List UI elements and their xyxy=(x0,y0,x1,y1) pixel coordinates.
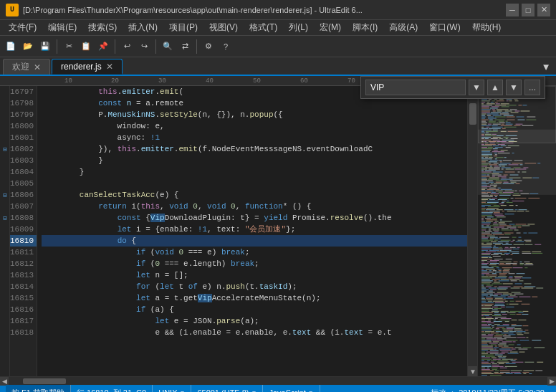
scroll-down-button[interactable]: ▼ xyxy=(468,366,478,376)
menu-item-h[interactable]: 帮助(H) xyxy=(466,20,507,35)
fold-16808[interactable]: ⊟ xyxy=(0,189,10,201)
find-down-button[interactable]: ▼ xyxy=(469,80,484,95)
fold-16802[interactable] xyxy=(0,120,10,132)
vertical-scrollbar: ▲ ▼ xyxy=(467,86,477,376)
menu-item-i[interactable]: 脚本(I) xyxy=(347,20,383,35)
menu-item-f[interactable]: 文件(F) xyxy=(3,20,42,35)
fold-16809[interactable] xyxy=(0,201,10,212)
code-16802: }), this.emitter.emit(f.NodeEventMesssag… xyxy=(42,143,467,155)
fold-16803[interactable] xyxy=(0,132,10,143)
menu-item-v[interactable]: 视图(V) xyxy=(203,20,244,35)
fold-16800[interactable] xyxy=(0,97,10,109)
scroll-thumb[interactable] xyxy=(469,103,476,125)
toolbar-redo[interactable]: ↪ xyxy=(136,39,152,54)
hscroll-right-button[interactable]: ▶ xyxy=(547,377,556,386)
code-16804: } xyxy=(42,166,467,178)
tab-welcome-close[interactable]: ✕ xyxy=(34,62,41,72)
ruler-mark-20: 20 xyxy=(111,77,119,85)
menu-item-w[interactable]: 窗口(W) xyxy=(423,20,466,35)
fold-16807[interactable] xyxy=(0,178,10,189)
fold-16805[interactable] xyxy=(0,155,10,166)
toolbar-save[interactable]: 💾 xyxy=(37,39,53,54)
menu-item-a[interactable]: 高级(A) xyxy=(383,20,423,35)
toolbar-paste[interactable]: 📌 xyxy=(95,39,111,54)
hscroll-track xyxy=(9,378,547,384)
code-content[interactable]: this.emitter.emit( const n = a.remote P.… xyxy=(37,86,467,376)
linenum-16808: 16808 xyxy=(10,212,37,224)
toolbar-replace[interactable]: ⇄ xyxy=(177,39,193,54)
toolbar: 📄 📂 💾 ✂ 📋 📌 ↩ ↪ 🔍 ⇄ ⚙ ? xyxy=(0,36,556,57)
linenum-16799: 16799 xyxy=(10,109,37,120)
toolbar-help[interactable]: ? xyxy=(218,39,234,54)
scroll-track xyxy=(468,96,477,366)
tab-renderer[interactable]: renderer.js ✕ xyxy=(52,59,123,75)
menu-item-p[interactable]: 项目(P) xyxy=(163,20,203,35)
fold-16806[interactable] xyxy=(0,166,10,178)
toolbar-settings[interactable]: ⚙ xyxy=(201,39,216,54)
toolbar-copy[interactable]: 📋 xyxy=(78,39,94,54)
toolbar-new[interactable]: 📄 xyxy=(3,39,19,54)
toolbar-undo[interactable]: ↩ xyxy=(119,39,135,54)
code-16818: e && (i.enable = e.enable, e.text && (i.… xyxy=(42,327,467,338)
linenum-16812: 16812 xyxy=(10,258,37,269)
tab-overflow-button[interactable]: ▼ xyxy=(539,59,553,75)
linenum-16814: 16814 xyxy=(10,281,37,292)
toolbar-sep2 xyxy=(115,39,115,54)
fold-gutter: ⊟ ⊟ ⊟ xyxy=(0,86,10,376)
main-area: ▼ ▲ ▼ ... 10 20 30 40 50 60 70 ⊟ xyxy=(0,76,556,376)
toolbar-open[interactable]: 📂 xyxy=(20,39,36,54)
fold-16811[interactable] xyxy=(0,224,10,235)
hscroll-left-button[interactable]: ◀ xyxy=(0,377,9,386)
fold-16801[interactable] xyxy=(0,109,10,120)
status-help: 按 F1 获取帮助 xyxy=(6,385,71,392)
find-input[interactable] xyxy=(365,80,466,95)
code-16798: const n = a.remote xyxy=(42,97,467,109)
fold-16816[interactable] xyxy=(0,281,10,292)
tab-welcome-label: 欢迎 xyxy=(12,61,29,73)
minimize-button[interactable]: ─ xyxy=(506,4,519,16)
fold-16804[interactable]: ⊟ xyxy=(0,143,10,155)
linenum-16811: 16811 xyxy=(10,247,37,258)
code-container: ▼ ▲ ▼ ... 10 20 30 40 50 60 70 ⊟ xyxy=(0,76,556,376)
toolbar-sep4 xyxy=(196,39,197,54)
menu-item-m[interactable]: 宏(M) xyxy=(314,20,347,35)
find-up-button[interactable]: ▲ xyxy=(487,80,503,95)
status-language[interactable]: JavaScript ▼ xyxy=(263,385,320,392)
fold-16818[interactable] xyxy=(0,304,10,315)
find-more-button[interactable]: ... xyxy=(524,80,540,95)
code-16814: for (let t of e) n.push(t.taskId); xyxy=(42,281,467,292)
status-encoding[interactable]: 65001 (UTF-8) ▼ xyxy=(191,385,263,392)
menu-item-t[interactable]: 格式(T) xyxy=(244,20,283,35)
code-16816: if (a) { xyxy=(42,304,467,315)
menu-item-e[interactable]: 编辑(E) xyxy=(42,20,82,35)
toolbar-find[interactable]: 🔍 xyxy=(160,39,176,54)
code-16806: canSelectTaskAcc(e) { xyxy=(42,189,467,201)
fold-16817[interactable] xyxy=(0,292,10,304)
code-16812: if (0 === e.length) break; xyxy=(42,258,467,269)
fold-16815[interactable] xyxy=(0,269,10,281)
fold-16814[interactable] xyxy=(0,258,10,269)
fold-16810[interactable]: ⊟ xyxy=(0,212,10,224)
menu-item-n[interactable]: 插入(N) xyxy=(123,20,163,35)
menu-item-l[interactable]: 列(L) xyxy=(283,20,314,35)
find-bar: ▼ ▲ ▼ ... xyxy=(360,76,545,99)
hscroll-thumb[interactable] xyxy=(23,378,66,384)
fold-16799[interactable] xyxy=(0,86,10,97)
status-eol[interactable]: UNIX ▼ xyxy=(153,385,191,392)
linenum-16807: 16807 xyxy=(10,201,37,212)
code-16800: window: e, xyxy=(42,120,467,132)
fold-16812[interactable] xyxy=(0,235,10,247)
fold-16813[interactable] xyxy=(0,247,10,258)
tab-welcome[interactable]: 欢迎 ✕ xyxy=(3,59,50,75)
ruler-mark-10: 10 xyxy=(64,77,72,85)
menu-item-s[interactable]: 搜索(S) xyxy=(82,20,123,35)
maximize-button[interactable]: □ xyxy=(522,4,535,16)
close-button[interactable]: ✕ xyxy=(537,4,550,16)
linenum-16817: 16817 xyxy=(10,315,37,327)
status-bar: 按 F1 获取帮助 行 16810, 列 21, C0 UNIX ▼ 65001… xyxy=(0,385,556,392)
toolbar-cut[interactable]: ✂ xyxy=(61,39,77,54)
linenum-16818: 16818 xyxy=(10,327,37,338)
find-filter-button[interactable]: ▼ xyxy=(506,80,522,95)
linenum-16804: 16804 xyxy=(10,166,37,178)
tab-renderer-close[interactable]: ✕ xyxy=(106,62,113,72)
